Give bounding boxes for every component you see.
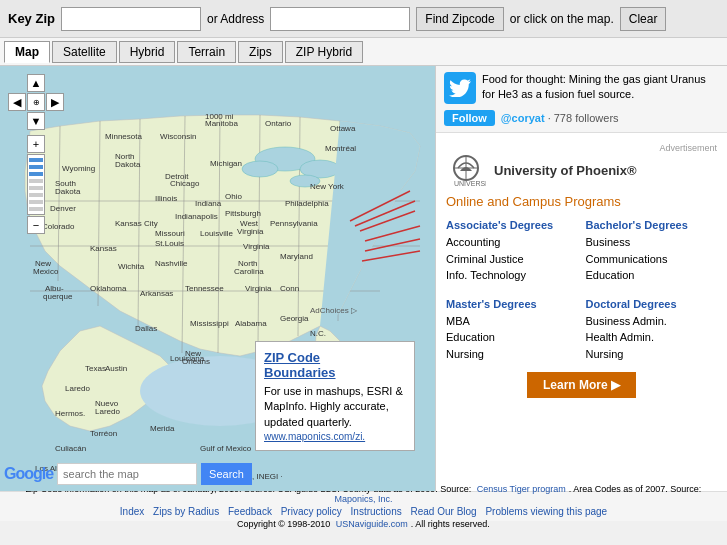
pan-left-button[interactable]: ◀ [8,93,26,111]
footer-copyright: Copyright © 1998-2010 USNaviguide.com. A… [8,519,719,529]
svg-text:Texas: Texas [85,364,106,373]
map-tabs: Map Satellite Hybrid Terrain Zips ZIP Hy… [0,38,727,66]
svg-text:Missouri: Missouri [155,229,185,238]
zoom-in-button[interactable]: + [27,135,45,153]
masters-header: Master's Degrees [446,298,578,310]
ad-header: UNIVERSITY University of Phoenix® [446,153,717,188]
zoom-step-1[interactable] [29,158,43,162]
university-name: University of Phoenix® [494,163,637,178]
svg-text:Michigan: Michigan [210,159,242,168]
doctoral-header: Doctoral Degrees [586,298,718,310]
pan-up-button[interactable]: ▲ [27,74,45,92]
svg-text:Arkansas: Arkansas [140,289,173,298]
svg-text:1000 mi: 1000 mi [205,112,234,121]
tab-zips[interactable]: Zips [238,41,283,63]
svg-text:Gulf of Mexico: Gulf of Mexico [200,444,252,453]
overlay-title: ZIP CodeBoundaries [264,350,406,380]
right-panel: Food for thought: Mining the gas giant U… [435,66,727,491]
tab-zip-hybrid[interactable]: ZIP Hybrid [285,41,363,63]
footer-index-link[interactable]: Index [120,506,144,517]
main-content: Chicago New York Kansas City Denver Wyom… [0,66,727,491]
footer-site-link[interactable]: USNaviguide.com [336,519,408,529]
zoom-step-8[interactable] [29,207,43,211]
tab-terrain[interactable]: Terrain [177,41,236,63]
footer-blog-link[interactable]: Read Our Blog [411,506,477,517]
census-tiger-link[interactable]: Census Tiger program [477,484,566,494]
zoom-out-button[interactable]: − [27,216,45,234]
tab-hybrid[interactable]: Hybrid [119,41,176,63]
svg-text:Dakota: Dakota [115,160,141,169]
overlay-body: For use in mashups, ESRI & MapInfo. High… [264,384,406,430]
map-search-button[interactable]: Search [201,463,252,485]
svg-text:Kansas: Kansas [90,244,117,253]
footer-problems-link[interactable]: Problems viewing this page [485,506,607,517]
svg-text:Georgia: Georgia [280,314,309,323]
footer-zips-radius-link[interactable]: Zips by Radius [153,506,219,517]
twitter-tweet: Food for thought: Mining the gas giant U… [444,72,719,104]
map-area[interactable]: Chicago New York Kansas City Denver Wyom… [0,66,435,491]
key-zip-label: Key Zip [8,11,55,26]
footer-privacy-link[interactable]: Privacy policy [281,506,342,517]
svg-text:Virginia: Virginia [237,227,264,236]
zoom-step-2[interactable] [29,165,43,169]
footer-feedback-link[interactable]: Feedback [228,506,272,517]
footer-instructions-link[interactable]: Instructions [351,506,402,517]
svg-text:Ottawa: Ottawa [330,124,356,133]
maponics-link[interactable]: Maponics, Inc. [334,494,392,504]
pan-right-button[interactable]: ▶ [46,93,64,111]
map-search-bar: Google Search [4,463,252,485]
svg-text:Culiacán: Culiacán [55,444,86,453]
svg-text:AdChoices ▷: AdChoices ▷ [310,306,358,315]
svg-text:Laredo: Laredo [65,384,90,393]
svg-text:Carolina: Carolina [234,267,264,276]
click-map-label: or click on the map. [510,12,614,26]
twitter-handle: @coryat · 778 followers [501,112,619,124]
svg-text:Pennsylvania: Pennsylvania [270,219,318,228]
google-logo: Google [4,465,53,483]
zip-overlay-box: ZIP CodeBoundaries For use in mashups, E… [255,341,415,451]
zoom-slider[interactable] [27,154,45,215]
zoom-step-7[interactable] [29,200,43,204]
svg-text:Illinois: Illinois [155,194,177,203]
zoom-step-6[interactable] [29,193,43,197]
svg-text:Louisiana: Louisiana [170,354,205,363]
pan-down-button[interactable]: ▼ [27,112,45,130]
pan-center-button[interactable]: ⊕ [27,93,45,111]
svg-text:Detroit: Detroit [165,172,189,181]
svg-text:Tennessee: Tennessee [185,284,224,293]
map-search-input[interactable] [57,463,197,485]
svg-text:St.Louis: St.Louis [155,239,184,248]
tab-map[interactable]: Map [4,41,50,63]
svg-text:querque: querque [43,292,73,301]
clear-button[interactable]: Clear [620,7,667,31]
svg-text:Nashville: Nashville [155,259,188,268]
masters-list: MBAEducationNursing [446,313,578,363]
find-zipcode-button[interactable]: Find Zipcode [416,7,503,31]
key-zip-input[interactable] [61,7,201,31]
footer-links: Index Zips by Radius Feedback Privacy po… [8,506,719,517]
doctoral-list: Business Admin.Health Admin.Nursing [586,313,718,363]
svg-text:Indiana: Indiana [195,199,222,208]
twitter-bird-icon [444,72,476,104]
svg-text:Pittsburgh: Pittsburgh [225,209,261,218]
svg-text:Ontario: Ontario [265,119,292,128]
ad-degrees-grid: Associate's Degrees AccountingCriminal J… [446,219,717,362]
tab-satellite[interactable]: Satellite [52,41,117,63]
svg-text:Kansas City: Kansas City [115,219,158,228]
learn-more-button[interactable]: Learn More ▶ [527,372,636,398]
svg-text:N.C.: N.C. [310,329,326,338]
svg-text:Wyoming: Wyoming [62,164,95,173]
overlay-link[interactable]: www.maponics.com/zi. [264,431,365,442]
follow-button[interactable]: Follow [444,110,495,126]
zoom-step-3[interactable] [29,172,43,176]
uop-logo-icon: UNIVERSITY [446,153,486,188]
svg-text:Torréon: Torréon [90,429,117,438]
zoom-step-5[interactable] [29,186,43,190]
top-bar: Key Zip or Address Find Zipcode or click… [0,0,727,38]
zoom-step-4[interactable] [29,179,43,183]
svg-text:Conn: Conn [280,284,299,293]
twitter-box: Food for thought: Mining the gas giant U… [436,66,727,133]
follow-row: Follow @coryat · 778 followers [444,110,719,126]
svg-text:Minnesota: Minnesota [105,132,142,141]
address-input[interactable] [270,7,410,31]
